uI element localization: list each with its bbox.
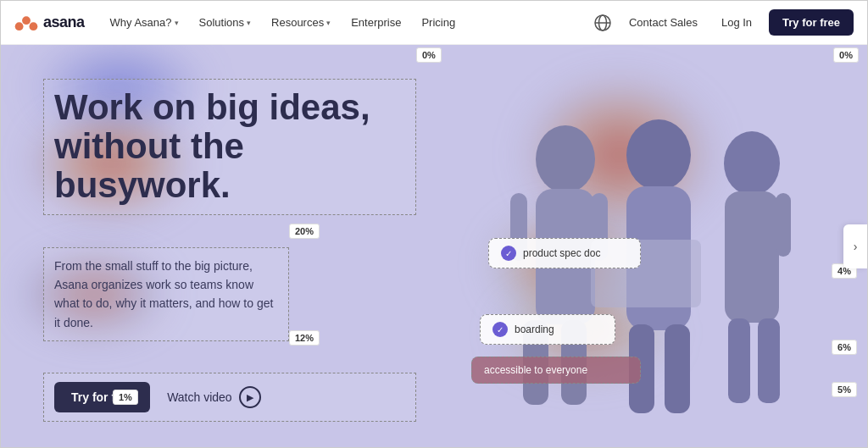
nav-item-pricing[interactable]: Pricing <box>413 11 464 34</box>
svg-point-0 <box>22 16 31 25</box>
svg-point-1 <box>15 22 24 30</box>
nav-right: Contact Sales Log In Try for free <box>593 9 854 36</box>
svg-rect-19 <box>758 318 780 403</box>
svg-point-6 <box>536 125 595 193</box>
svg-rect-20 <box>776 193 791 257</box>
cta-buttons: Try for free Watch video ▶ <box>43 373 416 422</box>
hero-headline-text: Work on big ideas,without the busywork. <box>54 87 370 205</box>
left-panel: Work on big ideas,without the busywork. … <box>1 45 450 447</box>
asana-logo-icon <box>14 14 38 31</box>
nav-item-solutions[interactable]: Solutions ▾ <box>191 11 259 34</box>
try-free-button[interactable]: Try for free <box>769 9 854 36</box>
people-image <box>498 91 820 447</box>
svg-rect-15 <box>665 324 690 413</box>
heatmap-badge-0-nav: 0% <box>416 47 442 63</box>
check-icon-2: ✓ <box>492 322 508 337</box>
brand-name: asana <box>43 14 85 31</box>
chevron-down-icon: ▾ <box>326 19 331 27</box>
chevron-down-icon: ▾ <box>175 19 179 27</box>
nav-item-enterprise[interactable]: Enterprise <box>342 11 409 34</box>
right-panel: ✓ product spec doc ✓ boarding accessible… <box>450 45 867 447</box>
page-wrapper: asana Why Asana? ▾ Solutions ▾ Resources… <box>0 0 868 448</box>
heatmap-badge-0-topright: 0% <box>833 47 859 63</box>
svg-rect-18 <box>728 318 750 403</box>
heatmap-badge-12: 12% <box>289 330 320 346</box>
contact-sales-link[interactable]: Contact Sales <box>622 13 704 32</box>
main-content: Work on big ideas,without the busywork. … <box>1 45 867 447</box>
svg-point-16 <box>724 131 780 196</box>
hero-subtext: From the small stuff to the big picture,… <box>43 247 289 342</box>
hero-headline: Work on big ideas,without the busywork. <box>43 79 416 215</box>
globe-icon[interactable] <box>593 14 612 32</box>
heatmap-badge-20: 20% <box>289 224 320 239</box>
brand-logo[interactable]: asana <box>14 14 85 31</box>
nav-item-why-asana[interactable]: Why Asana? ▾ <box>102 11 187 34</box>
card-boarding: ✓ boarding <box>480 314 615 345</box>
svg-point-12 <box>626 119 691 191</box>
svg-point-2 <box>30 22 38 30</box>
navbar: asana Why Asana? ▾ Solutions ▾ Resources… <box>1 1 867 45</box>
card-product-spec: ✓ product spec doc <box>488 238 641 268</box>
chevron-down-icon: ▾ <box>247 19 251 27</box>
play-icon: ▶ <box>239 386 261 408</box>
log-in-link[interactable]: Log In <box>715 13 759 32</box>
card-accessible: accessible to everyone <box>471 357 641 384</box>
heatmap-badge-5: 5% <box>832 382 857 397</box>
watch-video-button[interactable]: Watch video ▶ <box>167 386 261 408</box>
heatmap-badge-1: 1% <box>113 390 138 405</box>
nav-items: Why Asana? ▾ Solutions ▾ Resources ▾ Ent… <box>102 11 593 34</box>
check-icon-1: ✓ <box>501 246 516 261</box>
svg-rect-17 <box>725 191 779 323</box>
scroll-right-arrow[interactable]: › <box>843 224 867 268</box>
heatmap-badge-6: 6% <box>832 340 857 355</box>
nav-item-resources[interactable]: Resources ▾ <box>263 11 339 34</box>
